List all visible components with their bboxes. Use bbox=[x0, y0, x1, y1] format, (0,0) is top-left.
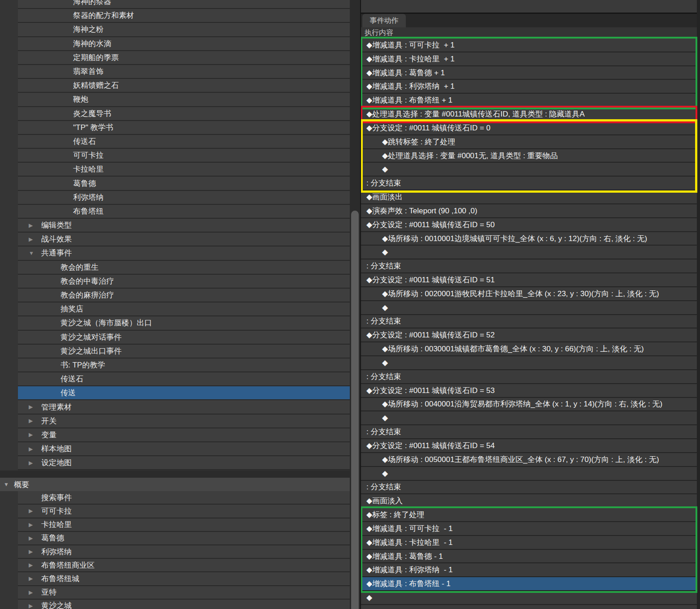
chevron-right-icon[interactable]: ▶ bbox=[29, 418, 33, 423]
tree-item[interactable]: 书: TP的教学 bbox=[18, 358, 350, 372]
command-row[interactable]: ◆场所移动 : 0010001边境城镇可可卡拉_全体 (x : 6, y : 1… bbox=[361, 232, 697, 246]
tree-item[interactable]: ▶可可卡拉 bbox=[18, 505, 350, 518]
tree-item[interactable]: 海神的水滴 bbox=[18, 37, 350, 51]
tree-item[interactable]: ▶战斗效果 bbox=[18, 233, 350, 246]
command-row[interactable]: ◆增减道具 : 葛鲁德 + 1 bbox=[361, 66, 697, 80]
tree-item[interactable]: 翡翠首饰 bbox=[18, 65, 350, 79]
command-row[interactable]: ◆处理道具选择 : 变量 #0011城镇传送石ID, 道具类型 : 隐藏道具A bbox=[361, 108, 697, 121]
command-row[interactable]: ◆增减道具 : 布鲁塔纽 + 1 bbox=[361, 94, 697, 108]
tree-item[interactable]: 传送石 bbox=[18, 135, 350, 149]
tree-section-header[interactable]: ▼概要 bbox=[0, 478, 350, 491]
tree-item[interactable]: 黄沙之城对话事件 bbox=[18, 331, 350, 345]
command-row[interactable]: ◆增减道具 : 可可卡拉 - 1 bbox=[361, 522, 697, 536]
tree-item[interactable]: 传送 bbox=[18, 386, 350, 400]
command-row[interactable]: ◆ bbox=[361, 356, 697, 370]
command-row[interactable]: ◆画面淡出 bbox=[361, 190, 697, 204]
command-row-empty[interactable] bbox=[361, 605, 697, 609]
tree-item[interactable]: ▶编辑类型 bbox=[18, 219, 350, 233]
tree-item[interactable]: 传送石 bbox=[18, 372, 350, 386]
command-row[interactable]: : 分支结束 bbox=[361, 481, 697, 495]
command-row[interactable]: : 分支结束 bbox=[361, 425, 697, 439]
command-row[interactable]: ◆分支设定 : #0011 城镇传送石ID = 52 bbox=[361, 328, 697, 342]
command-row[interactable]: ◆增减道具 : 利弥塔纳 - 1 bbox=[361, 563, 697, 577]
chevron-right-icon[interactable]: ▶ bbox=[29, 590, 33, 595]
tree-item[interactable]: ▶利弥塔纳 bbox=[18, 545, 350, 559]
command-row[interactable]: ◆场所移动 : 0050001王都布鲁塔纽商业区_全体 (x : 67, y :… bbox=[361, 453, 697, 467]
command-row[interactable]: ◆场所移动 : 0030001城镇都市葛鲁德_全体 (x : 30, y : 6… bbox=[361, 342, 697, 356]
tree-item[interactable]: 黄沙之城出口事件 bbox=[18, 345, 350, 358]
command-row[interactable]: ◆分支设定 : #0011 城镇传送石ID = 51 bbox=[361, 273, 697, 287]
tree-item[interactable]: 葛鲁德 bbox=[18, 177, 350, 190]
chevron-down-icon[interactable]: ▼ bbox=[29, 251, 34, 256]
tree-item[interactable]: 搜索事件 bbox=[18, 491, 350, 505]
chevron-right-icon[interactable]: ▶ bbox=[29, 404, 33, 410]
command-row[interactable]: ◆分支设定 : #0011 城镇传送石ID = 54 bbox=[361, 439, 697, 453]
command-row[interactable]: ◆分支设定 : #0011 城镇传送石ID = 50 bbox=[361, 218, 697, 232]
command-row[interactable]: ◆ bbox=[361, 246, 697, 259]
command-row[interactable]: ◆ bbox=[361, 163, 697, 177]
tree-item[interactable]: 抽奖店 bbox=[18, 302, 350, 316]
tree-item[interactable]: ▶开关 bbox=[18, 415, 350, 428]
command-row[interactable]: ◆场所移动 : 0020001游牧民村庄卡拉哈里_全体 (x : 23, y :… bbox=[361, 287, 697, 301]
chevron-right-icon[interactable]: ▶ bbox=[29, 549, 33, 554]
command-row[interactable]: ◆跳转标签 : 終了处理 bbox=[361, 135, 697, 149]
chevron-right-icon[interactable]: ▶ bbox=[29, 562, 33, 568]
tree-item[interactable]: 教会的重生 bbox=[18, 261, 350, 275]
tree-item[interactable]: 教会的麻痹治疗 bbox=[18, 289, 350, 302]
tree-item[interactable]: 布鲁塔纽 bbox=[18, 205, 350, 219]
tree-item[interactable]: 可可卡拉 bbox=[18, 149, 350, 163]
tree-item[interactable]: ▶布鲁塔纽城 bbox=[18, 572, 350, 586]
command-row[interactable]: ◆ bbox=[361, 411, 697, 425]
command-row[interactable]: ◆增减道具 : 可可卡拉 + 1 bbox=[361, 39, 697, 52]
command-row[interactable]: ◆增减道具 : 卡拉哈里 + 1 bbox=[361, 52, 697, 66]
tree-item[interactable]: 利弥塔纳 bbox=[18, 191, 350, 205]
tab-event-actions[interactable]: 事件动作 bbox=[362, 14, 406, 27]
tree-item[interactable]: ▶布鲁塔纽商业区 bbox=[18, 559, 350, 572]
tree-item[interactable]: 教会的中毒治疗 bbox=[18, 275, 350, 289]
chevron-down-icon[interactable]: ▼ bbox=[4, 482, 9, 487]
left-scrollbar-track[interactable] bbox=[350, 0, 360, 609]
command-row[interactable]: ◆增减道具 : 布鲁塔纽 - 1 bbox=[361, 577, 697, 591]
command-row[interactable]: ◆画面淡入 bbox=[361, 494, 697, 508]
tree-item[interactable]: "TP" 教学书 bbox=[18, 121, 350, 135]
command-row[interactable]: : 分支结束 bbox=[361, 259, 697, 273]
command-row[interactable]: ◆ bbox=[361, 591, 697, 605]
command-row[interactable]: ◆分支设定 : #0011 城镇传送石ID = 0 bbox=[361, 121, 697, 135]
chevron-right-icon[interactable]: ▶ bbox=[29, 536, 33, 541]
tree-item[interactable]: 鞭炮 bbox=[18, 93, 350, 107]
chevron-right-icon[interactable]: ▶ bbox=[29, 237, 33, 242]
left-scrollbar-thumb[interactable] bbox=[351, 211, 359, 609]
tree-item[interactable]: 卡拉哈里 bbox=[18, 163, 350, 177]
tree-item[interactable]: ▶设定地图 bbox=[18, 456, 350, 470]
chevron-right-icon[interactable]: ▶ bbox=[29, 522, 33, 527]
chevron-right-icon[interactable]: ▶ bbox=[29, 603, 33, 609]
command-row[interactable]: ◆增减道具 : 利弥塔纳 + 1 bbox=[361, 80, 697, 94]
tree-item[interactable]: 祭器的配方和素材 bbox=[18, 9, 350, 23]
command-row[interactable]: : 分支结束 bbox=[361, 370, 697, 384]
chevron-right-icon[interactable]: ▶ bbox=[29, 508, 33, 514]
tree-item[interactable]: ▶卡拉哈里 bbox=[18, 518, 350, 532]
tree-item[interactable]: 炎之魔导书 bbox=[18, 107, 350, 121]
tree-item[interactable]: ▼共通事件 bbox=[18, 246, 350, 260]
tree-item[interactable]: 定期船的季票 bbox=[18, 51, 350, 65]
tree-item[interactable]: 海神的祭器 bbox=[18, 0, 350, 9]
tree-item[interactable]: 妖精馈赠之石 bbox=[18, 79, 350, 93]
chevron-right-icon[interactable]: ▶ bbox=[29, 223, 33, 228]
chevron-right-icon[interactable]: ▶ bbox=[29, 446, 33, 452]
tree-item[interactable]: ▶管理素材 bbox=[18, 400, 350, 414]
command-row[interactable]: ◆处理道具选择 : 变量 #0001无, 道具类型 : 重要物品 bbox=[361, 149, 697, 163]
command-row[interactable]: ◆分支设定 : #0011 城镇传送石ID = 53 bbox=[361, 384, 697, 398]
tree-item[interactable]: ▶样本地图 bbox=[18, 442, 350, 456]
command-row[interactable]: ◆场所移动 : 0040001沿海贸易都市利弥塔纳_全体 (x : 1, y :… bbox=[361, 398, 697, 412]
tree-item[interactable]: ▶黄沙之城 bbox=[18, 600, 350, 609]
chevron-right-icon[interactable]: ▶ bbox=[29, 432, 33, 437]
chevron-right-icon[interactable]: ▶ bbox=[29, 576, 33, 581]
command-row[interactable]: ◆标签 : 終了处理 bbox=[361, 508, 697, 522]
tree-item[interactable]: ▶变量 bbox=[18, 428, 350, 442]
command-row[interactable]: ◆演奏声效 : Teleport (90 ,100 ,0) bbox=[361, 204, 697, 218]
chevron-right-icon[interactable]: ▶ bbox=[29, 460, 33, 466]
tree-item[interactable]: 海神之粉 bbox=[18, 23, 350, 37]
tree-item[interactable]: 黄沙之城（海市蜃楼）出口 bbox=[18, 316, 350, 330]
tree-item[interactable]: ▶亚特 bbox=[18, 586, 350, 600]
command-row[interactable]: ◆增减道具 : 卡拉哈里 - 1 bbox=[361, 536, 697, 550]
